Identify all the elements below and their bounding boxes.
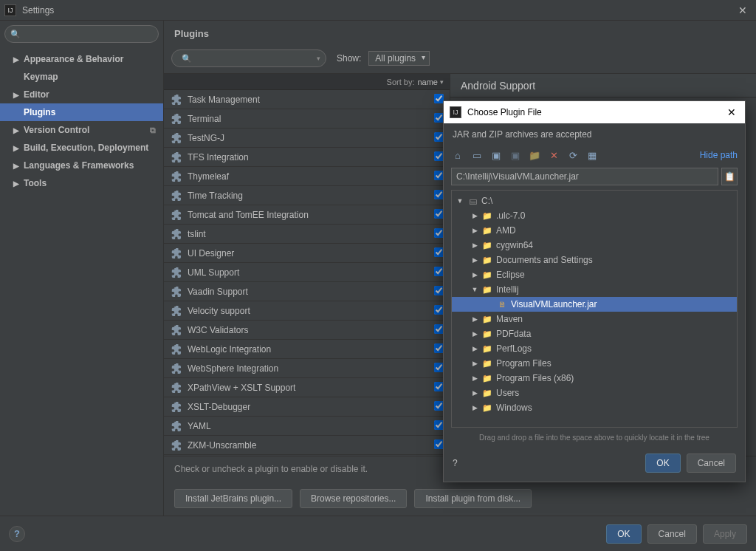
sidebar-item-keymap[interactable]: Keymap [0,68,163,86]
chevron-down-icon: ▼ [456,197,464,205]
dialog-ok-button[interactable]: OK [645,454,680,473]
file-tree-folder[interactable]: ▼📁Intellij [452,282,737,297]
delete-icon[interactable]: ✕ [547,148,560,162]
sort-dropdown[interactable]: name [417,78,438,86]
file-tree-folder[interactable]: ▶📁.ulc-7.0 [452,208,737,223]
app-icon: IJ [450,106,461,118]
file-tree-file[interactable]: 🗎VisualVMLauncher.jar [452,297,737,312]
home-icon[interactable]: ⌂ [451,148,464,162]
plugin-list-item[interactable]: UML Support [164,263,450,282]
app-icon: IJ [4,4,16,16]
file-tree-folder[interactable]: ▶📁Users [452,386,737,400]
file-tree-folder[interactable]: ▶📁PerfLogs [452,341,737,356]
install-plugin-from-disk-button[interactable]: Install plugin from disk... [414,489,532,508]
sidebar-item-label: Version Control [24,125,89,135]
dialog-cancel-button[interactable]: Cancel [687,454,736,473]
hide-path-link[interactable]: Hide path [700,150,738,160]
module-icon[interactable]: ▣ [509,148,522,162]
file-tree-folder[interactable]: ▶📁PDFdata [452,326,737,341]
plugin-icon [170,267,182,278]
file-tree-folder[interactable]: ▶📁AMD [452,223,737,238]
sidebar-item-version-control[interactable]: ▶Version Control⧉ [0,121,163,139]
window-close-button[interactable]: ✕ [734,4,752,16]
path-input[interactable] [451,168,718,185]
sidebar-item-plugins[interactable]: Plugins [0,103,163,121]
plugin-icon [170,151,182,163]
new-folder-icon[interactable]: 📁 [528,148,541,162]
chevron-right-icon: ▶ [471,360,478,367]
plugin-list-item[interactable]: TFS Integration [164,148,450,167]
folder-icon: 📁 [481,359,493,369]
sidebar-item-editor[interactable]: ▶Editor [0,86,163,103]
plugin-list-item[interactable]: YAML [164,417,450,436]
install-jetbrains-plugin-button[interactable]: Install JetBrains plugin... [174,489,292,508]
path-history-icon[interactable]: 📋 [721,168,738,185]
project-settings-icon: ⧉ [150,126,156,135]
window-titlebar: IJ Settings ✕ [0,0,756,21]
chevron-right-icon: ▶ [471,345,478,352]
show-hidden-icon[interactable]: ▦ [585,148,599,162]
plugin-list-item[interactable]: W3C Validators [164,321,450,340]
chevron-right-icon: ▶ [471,330,478,338]
chevron-right-icon: ▶ [471,389,478,397]
folder-icon: 📁 [481,315,493,324]
plugin-list-item[interactable]: Thymeleaf [164,167,450,186]
plugin-list[interactable]: Task ManagementTerminalTestNG-JTFS Integ… [164,90,450,456]
sidebar-item-tools[interactable]: ▶Tools [0,174,163,192]
ok-button[interactable]: OK [606,524,641,544]
plugin-list-item[interactable]: Tomcat and TomEE Integration [164,205,450,225]
plugin-name: XSLT-Debugger [188,402,250,412]
plugin-list-item[interactable]: WebLogic Integration [164,340,450,359]
plugin-list-item[interactable]: XSLT-Debugger [164,397,450,417]
plugin-list-item[interactable]: WebSphere Integration [164,359,450,378]
file-tree-folder[interactable]: ▶📁Eclipse [452,267,737,282]
help-icon[interactable]: ? [9,526,25,542]
folder-icon: 📁 [481,256,493,265]
file-tree-drive[interactable]: ▼🖴C:\ [452,194,737,208]
desktop-icon[interactable]: ▭ [470,148,484,162]
plugin-list-item[interactable]: Task Management [164,90,450,109]
file-tree-folder[interactable]: ▶📁Documents and Settings [452,253,737,267]
sidebar-item-languages-frameworks[interactable]: ▶Languages & Frameworks [0,157,163,174]
sort-bar: Sort by: name ▾ [164,74,450,90]
file-tree-folder[interactable]: ▶📁Program Files (x86) [452,371,737,386]
sidebar-item-build-execution-deployment[interactable]: ▶Build, Execution, Deployment [0,139,163,157]
chevron-down-icon[interactable]: ▾ [317,55,320,62]
plugin-list-item[interactable]: XPathView + XSLT Support [164,378,450,397]
folder-icon: 📁 [481,403,493,413]
plugins-search-input[interactable] [171,49,326,67]
folder-icon: 📁 [481,211,493,221]
plugin-name: XPathView + XSLT Support [188,383,295,393]
plugin-name: Velocity support [188,306,250,316]
refresh-icon[interactable]: ⟳ [566,148,580,162]
file-tree-folder[interactable]: ▶📁Maven [452,312,737,326]
sidebar-search-input[interactable] [4,25,159,43]
plugin-detail-title: Android Support [450,74,756,97]
plugin-list-item[interactable]: Terminal [164,109,450,129]
file-tree-folder[interactable]: ▶📁cygwin64 [452,238,737,253]
plugin-list-item[interactable]: Time Tracking [164,186,450,205]
plugin-list-item[interactable]: Vaadin Support [164,282,450,301]
plugin-list-item[interactable]: UI Designer [164,244,450,263]
plugin-list-item[interactable]: ZKM-Unscramble [164,436,450,455]
show-dropdown[interactable]: All plugins [368,51,430,66]
chevron-down-icon[interactable]: ▾ [440,78,444,86]
sidebar-item-appearance-behavior[interactable]: ▶Appearance & Behavior [0,50,163,68]
file-tree-folder[interactable]: ▶📁Program Files [452,356,737,371]
browse-repositories-button[interactable]: Browse repositories... [300,489,407,508]
cancel-button[interactable]: Cancel [647,524,697,544]
plugin-list-item[interactable]: Velocity support [164,301,450,321]
plugin-name: TestNG-J [188,133,224,143]
file-tree[interactable]: ▼🖴C:\▶📁.ulc-7.0▶📁AMD▶📁cygwin64▶📁Document… [451,190,738,428]
folder-icon: 📁 [481,344,493,354]
search-icon: 🔍 [10,30,21,39]
apply-button[interactable]: Apply [703,524,747,544]
dialog-close-button[interactable]: ✕ [724,106,739,118]
help-icon[interactable]: ? [453,458,458,468]
project-icon[interactable]: ▣ [489,148,503,162]
window-title: Settings [22,5,54,16]
plugin-list-item[interactable]: tslint [164,225,450,244]
plugin-name: WebSphere Integration [188,363,278,374]
plugin-list-item[interactable]: TestNG-J [164,129,450,148]
file-tree-folder[interactable]: ▶📁Windows [452,400,737,415]
